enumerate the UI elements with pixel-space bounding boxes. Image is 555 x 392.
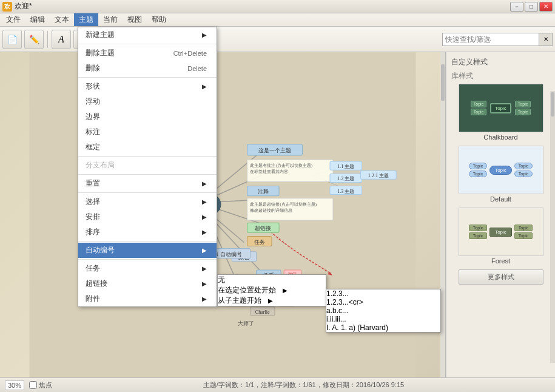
custom-style-title: 自定义样式	[449, 57, 553, 67]
svg-text:1.1 主题: 1.1 主题	[337, 164, 354, 169]
toolbar-search: ✕	[442, 33, 553, 46]
style-chalkboard[interactable]: Topic Topic Topic Topic Topic Chalkboard	[459, 84, 543, 141]
style-default[interactable]: Topic Topic Topic Topic Topic Default	[459, 146, 543, 203]
for-left: Topic Topic	[469, 225, 487, 239]
svg-text:1 自动编号: 1 自动编号	[216, 251, 242, 257]
svg-text:1.2.1 主题: 1.2.1 主题	[368, 173, 389, 178]
app-icon: 欢	[2, 2, 12, 12]
forest-preview: Topic Topic Topic Topic Topic	[459, 208, 543, 256]
toolbar-grid[interactable]: ⊞	[73, 30, 93, 49]
focus-label: 焦点	[39, 380, 52, 390]
svg-text:修改超链接的详细信息: 修改超链接的详细信息	[251, 208, 293, 213]
svg-text:Alpha: Alpha	[230, 300, 243, 306]
svg-text:超链接: 超链接	[255, 225, 271, 231]
svg-text:添加上的多个号码: 添加上的多个号码	[118, 232, 161, 238]
toolbar-export[interactable]: ⬆	[95, 30, 115, 49]
svg-text:主题)修改超链接的详: 主题)修改超链接的详	[164, 265, 204, 269]
for-center: Topic	[489, 228, 512, 237]
canvas-background: 欢迎 🔥 图像 标注 这是一个主题 此主题有批注(点击可以切换主题) 在标签处查…	[0, 52, 445, 377]
def-node: Topic	[514, 171, 533, 177]
svg-text:关系: 关系	[263, 272, 274, 279]
default-label: Default	[459, 195, 543, 203]
menu-theme[interactable]: 主题	[74, 13, 98, 26]
menu-bar: 文件 编辑 文本 主题 当前 视图 帮助	[0, 13, 555, 27]
svg-text:在标签处查看其内容: 在标签处查看其内容	[251, 169, 289, 174]
forest-visual: Topic Topic Topic Topic Topic	[459, 208, 543, 255]
default-preview: Topic Topic Topic Topic Topic	[459, 146, 543, 194]
chalkboard-preview: Topic Topic Topic Topic Topic	[459, 84, 543, 132]
svg-text:任务: 任务	[254, 239, 265, 245]
window-controls: － □ ✕	[510, 2, 553, 12]
app-title: 欢迎*	[15, 1, 510, 12]
svg-text:欢迎: 欢迎	[194, 200, 209, 209]
svg-text:标注: 标注	[167, 109, 179, 115]
canvas-scrollbar[interactable]	[440, 52, 445, 377]
close-button[interactable]: ✕	[539, 2, 553, 12]
svg-text:🔥: 🔥	[193, 222, 209, 237]
menu-current[interactable]: 当前	[98, 13, 123, 26]
for-node: Topic	[469, 232, 487, 239]
for-node: Topic	[514, 225, 533, 231]
chalkboard-label: Chalkboard	[459, 133, 543, 141]
svg-text:注释: 注释	[258, 189, 269, 195]
toolbar-sep1	[47, 31, 48, 48]
for-right: Topic Topic	[514, 225, 533, 239]
svg-text:此主题是超链接(点击可以切换主题): 此主题是超链接(点击可以切换主题)	[251, 202, 317, 207]
search-clear-button[interactable]: ✕	[539, 33, 553, 46]
zoom-level: 30%	[5, 380, 24, 390]
svg-text:大师了: 大师了	[164, 279, 177, 283]
toolbar-edit[interactable]: ✏️	[24, 30, 44, 49]
svg-rect-0	[29, 52, 415, 377]
style-forest[interactable]: Topic Topic Topic Topic Topic Forest	[459, 208, 543, 265]
canvas-scroll-thumb[interactable]	[441, 64, 445, 101]
svg-text:用形状: 用形状	[126, 171, 143, 177]
for-node: Topic	[514, 232, 533, 239]
restore-button[interactable]: □	[525, 2, 538, 12]
search-input[interactable]	[442, 33, 539, 46]
svg-text:主题通过超链(点击以切换: 主题通过超链(点击以切换	[164, 259, 212, 263]
status-bar: 30% 焦点 主题/字词数：1/1，注释/字词数：1/61，修改日期：2016/…	[0, 377, 555, 392]
focus-checkbox[interactable]	[29, 381, 37, 389]
main-area: 欢迎 🔥 图像 标注 这是一个主题 此主题有批注(点击可以切换主题) 在标签处查…	[0, 52, 555, 377]
forest-label: Forest	[459, 257, 543, 265]
svg-text:Charlie: Charlie	[255, 309, 270, 315]
def-node: Topic	[469, 171, 487, 177]
canvas-area[interactable]: 欢迎 🔥 图像 标注 这是一个主题 此主题有批注(点击可以切换主题) 在标签处查…	[0, 52, 446, 377]
mindmap-svg: 欢迎 🔥 图像 标注 这是一个主题 此主题有批注(点击可以切换主题) 在标签处查…	[0, 52, 445, 377]
svg-text:细信息: 细信息	[164, 271, 177, 275]
svg-text:这是一个主题: 这是一个主题	[258, 147, 291, 154]
cb-node: Topic	[471, 109, 486, 115]
more-styles-button[interactable]: 更多样式	[459, 269, 543, 285]
right-panel: 自定义样式 库样式 Topic Topic Topic Topic Topic …	[446, 52, 555, 377]
svg-text:标注: 标注	[288, 272, 297, 277]
minimize-button[interactable]: －	[510, 2, 523, 12]
status-text: 主题/字词数：1/1，注释/字词数：1/61，修改日期：2016/10/26 9…	[57, 380, 550, 390]
def-node: Topic	[469, 163, 487, 169]
menu-view[interactable]: 视图	[123, 13, 147, 26]
library-style-title: 库样式	[449, 71, 553, 81]
toolbar-font[interactable]: A	[52, 30, 71, 49]
default-visual: Topic Topic Topic Topic Topic	[459, 146, 543, 194]
focus-checkbox-area: 焦点	[29, 380, 52, 390]
title-bar: 欢 欢迎* － □ ✕	[0, 0, 555, 13]
svg-text:图像: 图像	[196, 239, 207, 245]
def-right: Topic Topic	[514, 163, 533, 177]
panel-scrollbar[interactable]	[550, 91, 555, 363]
def-center: Topic	[489, 166, 512, 175]
panel-scroll-thumb[interactable]	[551, 92, 554, 117]
def-node: Topic	[514, 163, 533, 169]
svg-text:此主题有批注(点击可以切换主题): 此主题有批注(点击可以切换主题)	[251, 163, 313, 168]
cb-node: Topic	[515, 101, 531, 107]
menu-help[interactable]: 帮助	[147, 13, 171, 26]
menu-text[interactable]: 文本	[50, 13, 74, 26]
def-left: Topic Topic	[469, 163, 487, 177]
menu-file[interactable]: 文件	[1, 13, 25, 26]
svg-text:1.3 主题: 1.3 主题	[337, 189, 354, 194]
svg-text:Zulu: Zulu	[282, 300, 291, 306]
toolbar-new[interactable]: 📄	[2, 30, 22, 49]
chalkboard-visual: Topic Topic Topic Topic Topic	[459, 84, 543, 132]
cb-center: Topic	[490, 103, 511, 113]
menu-edit[interactable]: 编辑	[25, 13, 50, 26]
cb-node: Topic	[515, 109, 531, 115]
for-node: Topic	[469, 225, 487, 231]
